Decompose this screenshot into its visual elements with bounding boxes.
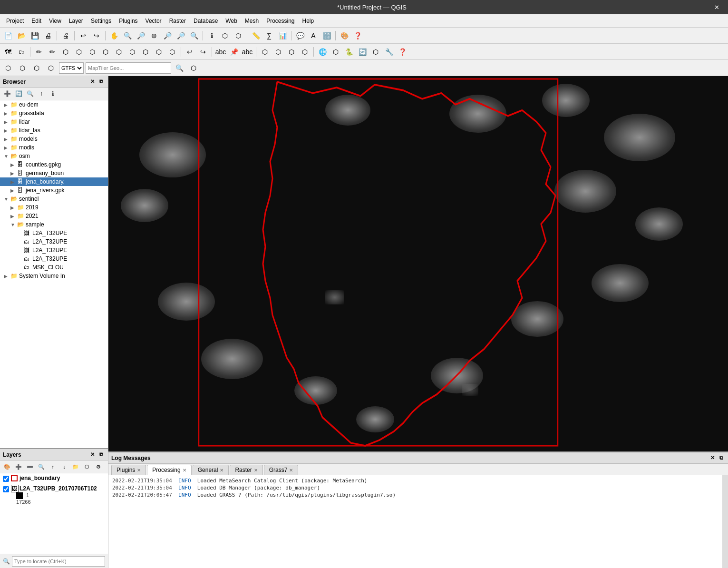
browser-close-button[interactable]: ✕ <box>88 78 97 86</box>
close-button[interactable]: ✕ <box>710 3 723 12</box>
layer-type-button[interactable]: ⬡ <box>30 62 43 74</box>
log-float-button[interactable]: ⧉ <box>718 454 725 462</box>
menu-view[interactable]: View <box>45 16 65 26</box>
print-button[interactable]: 🖨 <box>59 29 72 42</box>
node-tool-button[interactable]: ⬡ <box>113 46 125 58</box>
measure-button[interactable]: 📏 <box>250 29 262 42</box>
tree-item-grassdata[interactable]: ▶ 📁 grassdata <box>0 109 108 118</box>
tab-raster[interactable]: Raster ✕ <box>230 465 262 475</box>
label-properties-button[interactable]: abc <box>241 46 253 58</box>
layer-filter-button[interactable]: ⬡ <box>45 62 57 74</box>
browser-help-button[interactable]: ℹ <box>48 88 58 99</box>
tree-item-eu-dem[interactable]: ▶ 📁 eu-dem <box>0 100 108 109</box>
browser-refresh-button[interactable]: 🔄 <box>13 88 24 99</box>
layers-float-button[interactable]: ⧉ <box>97 450 105 459</box>
menu-project[interactable]: Project <box>2 16 28 26</box>
undo-edit-button[interactable]: ↩ <box>184 46 196 58</box>
menu-raster[interactable]: Raster <box>165 16 190 26</box>
geocoder-input[interactable] <box>86 62 171 74</box>
tree-item-models[interactable]: ▶ 📁 models <box>0 135 108 143</box>
browser-float-button[interactable]: ⧉ <box>97 78 105 86</box>
remove-layer-button[interactable]: ➖ <box>25 461 35 472</box>
tab-general-close[interactable]: ✕ <box>220 468 223 473</box>
help-button[interactable]: ❓ <box>351 29 364 42</box>
pin-label-button[interactable]: 📌 <box>228 46 240 58</box>
zoom-layer-button[interactable]: 🔎 <box>175 29 187 42</box>
zoom-last-button[interactable]: 🔍 <box>188 29 200 42</box>
tab-processing-close[interactable]: ✕ <box>183 468 186 473</box>
heatmap-button[interactable]: 📊 <box>276 29 289 42</box>
advanced-button[interactable]: 🔧 <box>383 46 395 58</box>
profile-button[interactable]: ⬡ <box>272 46 284 58</box>
cut-feature-button[interactable]: ⬡ <box>139 46 152 58</box>
pan-button[interactable]: ✋ <box>108 29 120 42</box>
menu-database[interactable]: Database <box>190 16 222 26</box>
menu-vector[interactable]: Vector <box>142 16 165 26</box>
log-close-button[interactable]: ✕ <box>709 454 717 462</box>
digitize-button[interactable]: ✏ <box>33 46 45 58</box>
zoom-in-button[interactable]: 🔍 <box>121 29 134 42</box>
tab-grass7-close[interactable]: ✕ <box>289 468 293 473</box>
tree-item-2019[interactable]: ▶ 📁 2019 <box>0 203 108 212</box>
paste-feature-button[interactable]: ⬡ <box>166 46 178 58</box>
deselect-button[interactable]: ⬡ <box>232 29 244 42</box>
move-feature-button[interactable]: ⬡ <box>99 46 112 58</box>
open-layer-styling-button[interactable]: 🎨 <box>2 461 12 472</box>
geocoder-options-button[interactable]: ⬡ <box>187 62 200 74</box>
help2-button[interactable]: ❓ <box>396 46 408 58</box>
tree-item-jena-rivers[interactable]: ▶ 🗄 jena_rivers.gpk <box>0 186 108 195</box>
menu-mesh[interactable]: Mesh <box>241 16 262 26</box>
layer-group-button[interactable]: 📁 <box>70 461 81 472</box>
statistics-button[interactable]: ∑ <box>263 29 275 42</box>
tab-grass7[interactable]: Grass7 ✕ <box>264 465 299 475</box>
identify-button[interactable]: ℹ <box>205 29 218 42</box>
menu-layer[interactable]: Layer <box>65 16 87 26</box>
add-line-button[interactable]: ⬡ <box>73 46 85 58</box>
gtfs-dropdown[interactable]: GTFS <box>59 62 84 74</box>
refresh-button[interactable]: 🔄 <box>356 46 369 58</box>
layer-visible-checkbox2[interactable] <box>3 486 9 492</box>
layers-close-button[interactable]: ✕ <box>88 450 97 459</box>
browser-add-button[interactable]: ➕ <box>2 88 12 99</box>
globe-button[interactable]: 🌐 <box>316 46 329 58</box>
new-project-button[interactable]: 📄 <box>2 29 14 42</box>
elevation-button[interactable]: ⬡ <box>299 46 311 58</box>
tree-item-osm[interactable]: ▼ 📂 osm <box>0 152 108 160</box>
menu-web[interactable]: Web <box>222 16 241 26</box>
tab-plugins[interactable]: Plugins ✕ <box>111 465 146 475</box>
tree-item-sample[interactable]: ▼ 📂 sample <box>0 220 108 229</box>
delete-feature-button[interactable]: ⬡ <box>126 46 138 58</box>
browser-collapse-button[interactable]: ↑ <box>36 88 47 99</box>
tab-raster-close[interactable]: ✕ <box>254 468 258 473</box>
zoom-out-button[interactable]: 🔎 <box>135 29 147 42</box>
geocoder-search-button[interactable]: 🔍 <box>173 62 185 74</box>
open-project-button[interactable]: 📂 <box>15 29 28 42</box>
move-up-button[interactable]: ↑ <box>48 461 58 472</box>
tree-item-counties[interactable]: ▶ 🗄 counties.gpkg <box>0 160 108 169</box>
layer-item-jena-boundary[interactable]: jena_boundary <box>0 473 108 483</box>
tree-item-l2a2[interactable]: 🗂 L2A_T32UPE <box>0 237 108 246</box>
menu-processing[interactable]: Processing <box>262 16 298 26</box>
tree-item-l2a1[interactable]: 🖼 L2A_T32UPE <box>0 229 108 237</box>
menu-settings[interactable]: Settings <box>87 16 115 26</box>
tab-plugins-close[interactable]: ✕ <box>137 468 141 473</box>
tab-processing[interactable]: Processing ✕ <box>147 465 191 475</box>
layer-visible-checkbox[interactable] <box>3 476 9 482</box>
select-button[interactable]: ⬡ <box>219 29 231 42</box>
tree-item-msk-cloud[interactable]: 🗂 MSK_CLOU <box>0 263 108 272</box>
menu-help[interactable]: Help <box>299 16 318 26</box>
label-tool-button[interactable]: abc <box>214 46 227 58</box>
layer-filter-button2[interactable]: 🔍 <box>36 461 47 472</box>
save-project-button[interactable]: 💾 <box>29 29 41 42</box>
tree-item-system-volume[interactable]: ▶ 📁 System Volume In <box>0 272 108 280</box>
tree-item-germany-boun[interactable]: ▶ 🗄 germany_boun <box>0 169 108 177</box>
layer-source-button[interactable]: ⬡ <box>2 62 14 74</box>
tree-item-l2a3[interactable]: 🖼 L2A_T32UPE <box>0 246 108 255</box>
layer-duplicate-button[interactable]: ⬡ <box>82 461 92 472</box>
temporal-button[interactable]: ⬡ <box>285 46 298 58</box>
map-tips-button[interactable]: 🗺 <box>2 46 14 58</box>
save-as-button[interactable]: 🖨 <box>42 29 54 42</box>
layer-properties-button[interactable]: ⚙ <box>93 461 104 472</box>
tree-item-2021[interactable]: ▶ 📁 2021 <box>0 212 108 220</box>
annotation-button[interactable]: 💬 <box>294 29 306 42</box>
